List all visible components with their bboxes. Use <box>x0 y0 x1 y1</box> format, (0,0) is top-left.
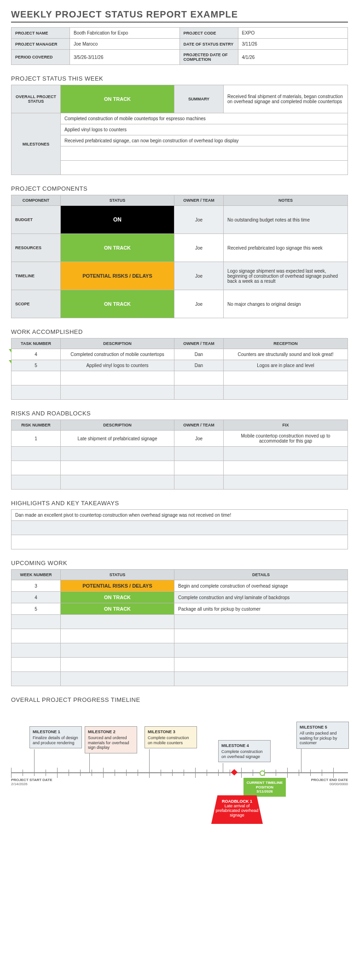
section-status-week: PROJECT STATUS THIS WEEK <box>11 75 348 82</box>
week-details: Begin and complete construction of overh… <box>174 580 348 592</box>
page-title: WEEKLY PROJECT STATUS REPORT EXAMPLE <box>11 9 348 23</box>
label-milestones: MILESTONES <box>12 113 61 175</box>
component-notes: No major changes to original design <box>224 290 348 318</box>
component-label: TIMELINE <box>12 262 61 290</box>
label-project-code: PROJECT CODE <box>180 28 238 39</box>
milestone-box: MILESTONE 2Sourced and ordered materials… <box>85 726 137 753</box>
col-owner: OWNER / TEAM <box>174 338 224 349</box>
status-week-table: OVERALL PROJECT STATUS ON TRACK SUMMARY … <box>11 85 348 175</box>
col-task: TASK NUMBER <box>12 338 61 349</box>
section-highlights: HIGHLIGHTS AND KEY TAKEAWAYS <box>11 500 348 507</box>
highlight-row <box>12 535 348 549</box>
value-project-code: EXPO <box>238 28 348 39</box>
milestone-row <box>61 146 348 161</box>
week-status: ON TRACK <box>61 592 174 603</box>
task-reception: Logos are in place and level <box>224 360 348 371</box>
risks-table: RISK NUMBER DESCRIPTION OWNER / TEAM FIX… <box>11 420 348 490</box>
label-project-name: PROJECT NAME <box>12 28 70 39</box>
component-status: ON TRACK <box>61 234 174 262</box>
value-project-name: Booth Fabrication for Expo <box>70 28 180 39</box>
milestone-box: MILESTONE 3Complete construction on mobi… <box>145 726 197 748</box>
task-desc: Completed construction of mobile counter… <box>61 349 174 360</box>
week-num: 5 <box>12 603 61 615</box>
component-owner: Joe <box>174 290 224 318</box>
col-status: STATUS <box>61 195 174 206</box>
timeline-end: PROJECT END DATE00/00/0000 <box>311 778 348 786</box>
risk-desc: Late shipment of prefabricated signage <box>61 431 174 447</box>
section-upcoming: UPCOMING WORK <box>11 560 348 566</box>
col-notes: NOTES <box>224 195 348 206</box>
project-meta-table: PROJECT NAME Booth Fabrication for Expo … <box>11 27 348 65</box>
section-components: PROJECT COMPONENTS <box>11 185 348 192</box>
work-table: TASK NUMBER DESCRIPTION OWNER / TEAM REC… <box>11 338 348 400</box>
label-completion: PROJECTED DATE OF COMPLETION <box>180 50 238 65</box>
milestone-row <box>61 161 348 175</box>
milestone-row: Applied vinyl logos to counters <box>61 124 348 135</box>
summary-text: Received final shipment of materials, be… <box>224 85 348 113</box>
timeline-axis <box>11 772 348 773</box>
label-entry: DATE OF STATUS ENTRY <box>180 39 238 50</box>
component-status: POTENTIAL RISKS / DELAYS <box>61 262 174 290</box>
section-risks: RISKS AND ROADBLOCKS <box>11 410 348 417</box>
week-num: 4 <box>12 592 61 603</box>
label-period: PERIOD COVERED <box>12 50 70 65</box>
overall-status-badge: ON TRACK <box>61 85 174 113</box>
milestone-box: MILESTONE 1Finalize details of design an… <box>29 726 82 748</box>
component-label: BUDGET <box>12 206 61 234</box>
risk-fix: Mobile countertop construction moved up … <box>224 431 348 447</box>
col-week: WEEK NUMBER <box>12 570 61 580</box>
current-marker <box>260 770 265 776</box>
task-num: 5 <box>12 360 61 371</box>
week-status: ON TRACK <box>61 603 174 615</box>
risk-num: 1 <box>12 431 61 447</box>
task-owner: Dan <box>174 349 224 360</box>
timeline-start: PROJECT START DATE2/14/2026 <box>11 778 52 786</box>
component-notes: Logo signage shipment was expected last … <box>224 262 348 290</box>
milestone-box: MILESTONE 5All units packed and waiting … <box>296 722 349 749</box>
components-table: COMPONENT STATUS OWNER / TEAM NOTES BUDG… <box>11 195 348 318</box>
task-owner: Dan <box>174 360 224 371</box>
component-label: SCOPE <box>12 290 61 318</box>
col-owner: OWNER / TEAM <box>174 420 224 431</box>
col-component: COMPONENT <box>12 195 61 206</box>
component-notes: No outstanding budget notes at this time <box>224 206 348 234</box>
milestone-row: Received prefabricated signage, can now … <box>61 135 348 146</box>
label-manager: PROJECT MANAGER <box>12 39 70 50</box>
task-desc: Applied vinyl logos to counters <box>61 360 174 371</box>
component-notes: Received prefabricated logo signage this… <box>224 234 348 262</box>
component-label: RESOURCES <box>12 234 61 262</box>
roadblock-marker <box>231 769 237 776</box>
week-details: Package all units for pickup by customer <box>174 603 348 615</box>
risk-owner: Joe <box>174 431 224 447</box>
col-reception: RECEPTION <box>224 338 348 349</box>
label-overall-status: OVERALL PROJECT STATUS <box>12 85 61 113</box>
section-timeline: OVERALL PROJECT PROGRESS TIMELINE <box>11 696 348 703</box>
milestone-row: Completed construction of mobile counter… <box>61 113 348 124</box>
value-completion: 4/1/26 <box>238 50 348 65</box>
task-reception: Counters are structurally sound and look… <box>224 349 348 360</box>
value-manager: Joe Maroco <box>70 39 180 50</box>
col-fix: FIX <box>224 420 348 431</box>
task-num: 4 <box>12 349 61 360</box>
timeline-roadblock: ROADBLOCK 1Late arrival of prefabricated… <box>211 795 263 824</box>
upcoming-table: WEEK NUMBER STATUS DETAILS 3 POTENTIAL R… <box>11 569 348 686</box>
timeline-current: CURRENT TIMELINE POSITION3/11/2026 <box>243 778 286 797</box>
col-owner: OWNER / TEAM <box>174 195 224 206</box>
component-status: ON <box>61 206 174 234</box>
col-details: DETAILS <box>174 570 348 580</box>
section-work: WORK ACCOMPLISHED <box>11 328 348 335</box>
component-owner: Joe <box>174 206 224 234</box>
col-status: STATUS <box>61 570 174 580</box>
value-period: 3/5/26-3/11/26 <box>70 50 180 65</box>
milestone-box: MILESTONE 4Complete construction on over… <box>218 740 271 762</box>
week-details: Complete construction and vinyl laminate… <box>174 592 348 603</box>
col-risk: RISK NUMBER <box>12 420 61 431</box>
component-status: ON TRACK <box>61 290 174 318</box>
col-desc: DESCRIPTION <box>61 338 174 349</box>
week-num: 3 <box>12 580 61 592</box>
label-summary: SUMMARY <box>174 85 224 113</box>
component-owner: Joe <box>174 234 224 262</box>
highlight-row <box>12 521 348 535</box>
week-status: POTENTIAL RISKS / DELAYS <box>61 580 174 592</box>
col-desc: DESCRIPTION <box>61 420 174 431</box>
